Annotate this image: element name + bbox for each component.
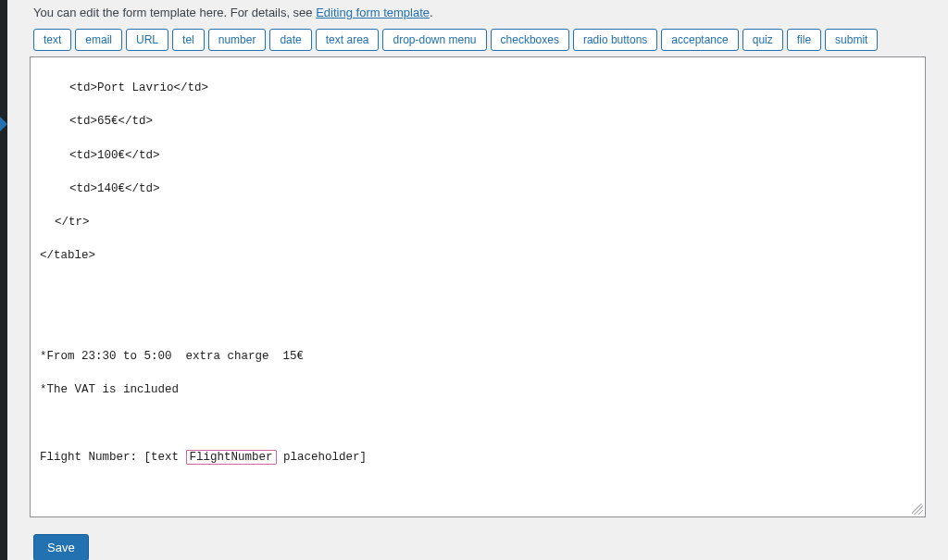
tag-button-file[interactable]: file: [787, 29, 821, 51]
tag-button-dropdown[interactable]: drop-down menu: [382, 29, 486, 51]
current-menu-marker-icon: [0, 117, 7, 131]
tag-button-url[interactable]: URL: [126, 29, 168, 51]
resize-grip-icon[interactable]: [912, 504, 923, 515]
code-line: *From 23:30 to 5:00 extra charge 15€: [40, 348, 916, 365]
tag-button-text[interactable]: text: [33, 29, 71, 51]
code-line: </table>: [40, 247, 916, 264]
tag-button-acceptance[interactable]: acceptance: [661, 29, 738, 51]
field-token-name: text-907: [123, 516, 186, 517]
intro-suffix: .: [430, 6, 433, 19]
code-line: Name: [text text-907 placeholder "Name"]: [40, 516, 916, 517]
tag-button-submit[interactable]: submit: [825, 29, 878, 51]
tag-button-checkboxes[interactable]: checkboxes: [491, 29, 569, 51]
code-line: [40, 482, 916, 499]
tag-generator-row: text email URL tel number date text area…: [26, 29, 929, 56]
editing-template-link[interactable]: Editing form template: [316, 6, 430, 19]
tag-button-tel[interactable]: tel: [172, 29, 205, 51]
code-line: *The VAT is included: [40, 381, 916, 398]
code-line: <td>100€</td>: [40, 147, 916, 164]
code-line: <td>140€</td>: [40, 180, 916, 197]
save-button[interactable]: Save: [33, 534, 89, 560]
code-line: <td>65€</td>: [40, 113, 916, 130]
tag-button-radio[interactable]: radio buttons: [573, 29, 657, 51]
code-line: [40, 315, 916, 331]
form-intro-text: You can edit the form template here. For…: [26, 0, 929, 29]
code-line: </tr>: [40, 214, 916, 230]
tag-button-date[interactable]: date: [269, 29, 311, 51]
admin-menu-rail: [0, 0, 7, 560]
code-line: [40, 281, 916, 298]
tag-button-textarea[interactable]: text area: [316, 29, 380, 51]
tag-button-quiz[interactable]: quiz: [742, 29, 783, 51]
code-line: <td>Port Lavrio</td>: [40, 80, 916, 96]
form-template-editor[interactable]: <td>Port Lavrio</td> <td>65€</td> <td>10…: [30, 56, 926, 517]
tag-button-email[interactable]: email: [75, 29, 122, 51]
intro-prefix: You can edit the form template here. For…: [33, 6, 316, 19]
code-line: [40, 416, 916, 432]
field-token-flightnumber: FlightNumber: [186, 450, 277, 465]
tag-button-number[interactable]: number: [208, 29, 267, 51]
code-line: Flight Number: [text FlightNumber placeh…: [40, 449, 916, 466]
